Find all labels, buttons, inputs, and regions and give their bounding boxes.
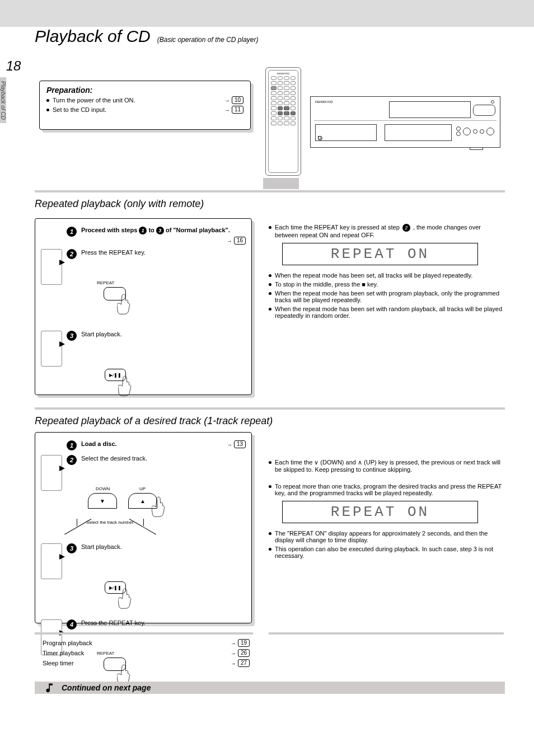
note-text: To repeat more than one tracks, program …	[275, 483, 504, 496]
step-row: 1 Load a disc. → 13	[41, 440, 246, 450]
arrow-icon: →	[231, 650, 236, 656]
step-text: Start playback.	[81, 543, 246, 550]
step1-suffix: of "Normal playback".	[166, 227, 230, 233]
step-number-icon: 1	[67, 440, 77, 450]
step-text: Start playback.	[81, 331, 246, 337]
hand-press-icon	[152, 496, 168, 518]
section-a-steps: 1 Proceed with steps 1 to 3 of "Normal p…	[35, 218, 252, 395]
bullet-icon	[269, 548, 271, 551]
hand-press-icon	[118, 375, 135, 397]
panel-foot	[470, 147, 483, 150]
top-gray-bar	[0, 0, 534, 27]
lcd-display: REPEAT ON	[282, 501, 478, 523]
note-line: Each time the ∨ (DOWN) and ∧ (UP) key is…	[269, 459, 504, 473]
footer-ref-row: Timer playback → 26	[43, 649, 250, 657]
ref-number: 13	[234, 440, 246, 448]
bullet-icon	[269, 532, 271, 535]
note-text: When the repeat mode has been set with r…	[275, 306, 504, 319]
page-ref: → 16	[227, 237, 246, 245]
ref-number: 27	[238, 659, 250, 667]
note-line: To repeat more than one tracks, program …	[269, 483, 504, 496]
section-a-heading: Repeated playback (only with remote)	[35, 198, 204, 210]
page-ref: → 26	[231, 649, 250, 657]
step1-mid: to	[148, 227, 154, 233]
note-line: Each time the REPEAT key is pressed at s…	[269, 224, 504, 238]
repeat-label: REPEAT	[97, 280, 114, 285]
step1-text: Load a disc.	[81, 440, 117, 447]
footer-ref-label: Timer playback	[43, 650, 84, 656]
arrow-icon: →	[231, 640, 236, 646]
note-text: Each time the ∨ (DOWN) and ∧ (UP) key is…	[275, 459, 504, 473]
preparation-text: Set to the CD input.	[53, 106, 221, 113]
step-text: Press the REPEAT key.	[81, 619, 246, 626]
step-number-icon: 2	[402, 224, 410, 232]
step-row: 3 Start playback.	[41, 331, 246, 367]
bullet-icon	[269, 461, 271, 464]
bullet-icon	[269, 485, 271, 488]
page-title: Playback of CD (Basic operation of the C…	[35, 27, 259, 46]
preparation-item: Set to the CD input. → 11	[46, 106, 243, 114]
footer-ref-label: Program playback	[43, 640, 92, 646]
step-number-icon: 2	[67, 455, 77, 465]
mini-remote-icon	[41, 331, 62, 367]
bullet-icon	[46, 99, 49, 102]
step-illustration: ▶/❚❚	[77, 581, 246, 612]
note-text: To stop in the middle, press the ■ key.	[275, 281, 504, 288]
step-number-icon: 4	[67, 619, 77, 630]
continued-text: Continued on next page	[62, 683, 151, 692]
note-text: When the repeat mode has been set with p…	[275, 290, 504, 303]
page-number: 18	[0, 58, 27, 74]
side-tab-caption: Playback of CD	[0, 77, 6, 123]
hand-press-icon	[117, 294, 134, 315]
section-b-steps: 1 Load a disc. → 13 2 Select the desired…	[35, 432, 252, 623]
step-row: 3 Start playback.	[41, 543, 246, 579]
arrow-icon: →	[224, 97, 230, 104]
step-number-icon: 1	[67, 227, 77, 237]
remote-control-illustration: KENWOOD	[265, 67, 301, 176]
power-led-icon	[491, 100, 494, 104]
section-divider	[35, 632, 253, 635]
panel-screen	[389, 101, 471, 118]
side-tab: 18 Playback of CD	[0, 58, 27, 125]
note-line: This operation can also be executed duri…	[269, 546, 504, 559]
section-b-heading: Repeated playback of a desired track (1-…	[35, 415, 273, 427]
section-divider	[269, 632, 504, 635]
bullet-icon	[269, 292, 271, 295]
step-row: 1 Proceed with steps 1 to 3 of "Normal p…	[41, 227, 246, 245]
ref-number: 10	[232, 96, 243, 104]
mini-remote-icon	[41, 249, 62, 285]
continued-bar: Continued on next page	[35, 682, 505, 694]
footer-refs: Program playback → 19 Timer playback → 2…	[43, 639, 250, 669]
step-number-icon: 3	[67, 543, 77, 553]
step-text: Select the desired track.	[81, 455, 246, 462]
section-b-notes: Each time the ∨ (DOWN) and ∧ (UP) key is…	[269, 459, 504, 561]
step-text: Load a disc. → 13	[81, 440, 246, 448]
knob-cluster	[456, 126, 494, 136]
step-row: 2 Select the desired track.	[41, 455, 246, 491]
footer-ref-label: Sleep timer	[43, 660, 74, 666]
step1-prefix: Proceed with steps	[81, 227, 137, 233]
arrow-icon: →	[224, 107, 230, 113]
section-a-notes: Each time the REPEAT key is pressed at s…	[269, 224, 504, 321]
note-text: Each time the REPEAT key is pressed at s…	[275, 224, 400, 231]
section-divider	[35, 407, 505, 410]
note-line: When the repeat mode has been set with p…	[269, 290, 504, 303]
remote-brand: KENWOOD	[271, 72, 296, 75]
title-main: Playback of CD	[35, 27, 151, 46]
note-line: When the repeat mode has been set, all t…	[269, 272, 504, 279]
page-ref: → 27	[231, 659, 250, 667]
note-line: To stop in the middle, press the ■ key.	[269, 281, 504, 288]
panel-slot	[473, 105, 495, 116]
step-text: Press the REPEAT key.	[81, 249, 246, 256]
front-panel-illustration: KENWOOD	[310, 96, 500, 148]
mini-remote-icon	[41, 455, 62, 491]
preparation-box: Preparation: Turn the power of the unit …	[39, 81, 251, 130]
up-label: UP	[139, 486, 146, 491]
step-number-icon: 2	[67, 249, 77, 259]
callout-label: Select the track number.	[77, 519, 144, 526]
music-note-icon	[44, 682, 56, 694]
step-illustration: DOWN ▼ UP ▲ Select the track number.	[77, 493, 246, 533]
note-line: The "REPEAT ON" display appears for appr…	[269, 530, 504, 543]
page-ref: → 13	[227, 440, 246, 448]
ref-number: 11	[232, 106, 243, 114]
